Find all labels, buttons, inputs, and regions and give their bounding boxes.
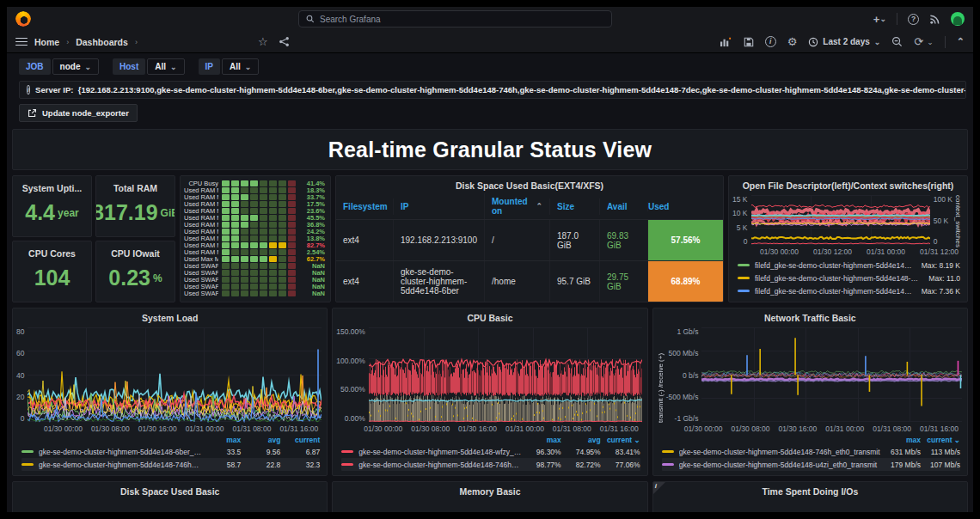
chart-zone: transmit (-) /receive (+)1 Gb/s500 Mb/s0… xyxy=(653,326,967,423)
table-header-ip[interactable]: IP xyxy=(393,198,484,215)
breadcrumb-dashboards[interactable]: Dashboards xyxy=(76,37,128,47)
panel-title[interactable]: Network Traffic Basic xyxy=(653,308,967,326)
stat-title[interactable]: Total RAM xyxy=(96,176,175,196)
legend-row[interactable]: gke-se-demo-cluster-highmem-5dd4e148-746… xyxy=(21,458,320,471)
legend-col-current[interactable]: current xyxy=(280,436,320,444)
table-header-size[interactable]: Size xyxy=(549,198,599,215)
legend-col-current[interactable]: current ⌄ xyxy=(921,436,960,444)
table-header-filesystem[interactable]: Filesystem xyxy=(336,198,393,215)
panel-info-corner[interactable]: i xyxy=(653,482,665,494)
search-input[interactable] xyxy=(320,15,604,24)
legend-row[interactable]: gke-se-demo-cluster-highmem-5dd4e148-u4z… xyxy=(662,458,960,471)
stat-value: 817.19GiB xyxy=(96,196,175,236)
share-icon[interactable] xyxy=(279,36,290,47)
gauge-cell xyxy=(279,242,286,248)
settings-gear-icon[interactable]: ⚙ xyxy=(787,36,798,47)
panel-info-icon[interactable]: i xyxy=(765,36,776,47)
refresh-interval-caret[interactable]: ⌄ xyxy=(927,38,934,46)
filter-value-dropdown[interactable]: All⌄ xyxy=(147,58,184,75)
legend-series-color xyxy=(738,264,750,266)
search-box[interactable] xyxy=(298,10,612,27)
panel-title[interactable]: Memory Basic xyxy=(333,482,646,499)
legend-row[interactable]: filefd_gke-se-demo-cluster-highmem-5dd4e… xyxy=(738,259,960,272)
save-icon[interactable] xyxy=(744,37,754,47)
chart-canvas-wrap[interactable] xyxy=(701,327,962,423)
chart-canvas-wrap[interactable] xyxy=(28,327,322,423)
gauge-cell xyxy=(241,256,248,262)
table-header-avail[interactable]: Avail xyxy=(599,198,647,215)
panel-title[interactable]: Time Spent Doing I/Os xyxy=(653,482,967,499)
gauge-cell xyxy=(231,242,239,248)
chart-canvas[interactable] xyxy=(369,327,642,423)
gauge-value: NaN xyxy=(299,290,325,297)
chart-canvas-wrap[interactable] xyxy=(369,327,642,423)
update-node-exporter-button[interactable]: Update node_exporter xyxy=(19,104,138,122)
panel-title[interactable]: Disk Space Used Basic xyxy=(13,482,327,499)
legend-col-max[interactable]: max xyxy=(881,436,921,444)
gauge-row: Used RAM Me...24.2% xyxy=(184,229,325,235)
legend-series-color xyxy=(341,463,353,466)
legend-row[interactable]: gke-se-demo-cluster-highmem-5dd4e148-746… xyxy=(662,445,960,458)
panel-title[interactable]: CPU Basic xyxy=(333,308,646,326)
panel-title[interactable]: Open File Descriptor(left)/Context switc… xyxy=(729,176,967,193)
legend-series-label: gke-se-demo-cluster-highmem-5dd4e148-746… xyxy=(679,448,881,456)
table-row[interactable]: ext4gke-se-demo-cluster-highmem-5dd4e148… xyxy=(336,260,723,302)
menu-toggle-icon[interactable] xyxy=(15,38,28,46)
legend-row[interactable]: gke-se-demo-cluster-highmem-5dd4e148-wfz… xyxy=(341,445,640,458)
legend-stat: 96.30% xyxy=(522,448,561,456)
grafana-logo[interactable] xyxy=(15,11,31,27)
collapse-toolbar-icon[interactable]: ⌃ xyxy=(957,37,965,46)
panel-title[interactable]: Disk Space Used Basic(EXT4/XFS) xyxy=(336,176,723,193)
legend-row[interactable]: gke-se-demo-cluster-highmem-5dd4e148-6be… xyxy=(21,445,320,458)
stat-title[interactable]: CPU Cores xyxy=(13,241,91,261)
legend-col-max[interactable]: max xyxy=(201,436,241,444)
disk-table: FilesystemIPMounted on ⌃SizeAvailUsedext… xyxy=(336,193,723,302)
gauge-cells xyxy=(222,229,296,235)
time-range-picker[interactable]: Last 2 days ⌄ xyxy=(808,37,880,47)
user-avatar[interactable] xyxy=(951,12,965,26)
filter-label[interactable]: JOB xyxy=(19,58,51,75)
panel-title[interactable]: System Load xyxy=(13,308,327,326)
refresh-icon[interactable]: ⟳ xyxy=(914,36,923,47)
gauge-cell xyxy=(250,290,258,296)
legend-col-avg[interactable]: avg xyxy=(241,436,280,444)
gauge-cell xyxy=(269,187,277,193)
update-button-label: Update node_exporter xyxy=(42,108,129,118)
gauge-cell xyxy=(269,235,277,241)
gauge-cell xyxy=(231,194,239,200)
favorite-star-icon[interactable]: ☆ xyxy=(258,36,268,47)
table-row[interactable]: ext4192.168.2.213:9100/187.0 GiB69.83 Gi… xyxy=(336,219,723,260)
breadcrumb-home[interactable]: Home xyxy=(34,37,59,47)
gauge-cell xyxy=(222,256,230,262)
y-tick: 0 b/s xyxy=(683,371,698,380)
filter-label[interactable]: Host xyxy=(113,58,145,75)
chart-canvas-wrap[interactable] xyxy=(751,195,930,246)
new-menu-button[interactable]: + ⌄ xyxy=(873,14,886,25)
gauge-cells xyxy=(222,249,296,255)
chart-canvas[interactable] xyxy=(701,327,962,423)
stat-title[interactable]: CPU IOwait xyxy=(96,241,175,261)
legend-row[interactable]: filefd_gke-se-demo-cluster-highmem-5dd4e… xyxy=(738,272,960,284)
legend-stat: 77.06% xyxy=(601,461,640,469)
gauge-cell xyxy=(269,242,277,248)
chart-zone: 150.00%100.00%50.00%0.00% xyxy=(333,326,646,423)
legend-row[interactable]: filefd_gke-se-demo-cluster-highmem-5dd4e… xyxy=(738,284,960,297)
legend-stat: 82.72% xyxy=(561,461,601,469)
chart-canvas[interactable] xyxy=(751,195,930,246)
filter-value-dropdown[interactable]: All⌄ xyxy=(222,58,259,75)
legend-col-max[interactable]: max xyxy=(522,436,561,444)
legend-col-current[interactable]: current ⌄ xyxy=(601,436,640,444)
legend-col-avg[interactable]: avg xyxy=(561,436,601,444)
add-panel-icon[interactable] xyxy=(720,36,732,47)
table-header-mounted-on[interactable]: Mounted on ⌃ xyxy=(484,193,549,219)
table-header-used[interactable]: Used xyxy=(647,202,723,211)
chart-canvas[interactable] xyxy=(28,327,322,423)
filter-value-dropdown[interactable]: node⌄ xyxy=(52,58,99,75)
legend-row[interactable]: gke-se-demo-cluster-highmem-5dd4e148-746… xyxy=(341,458,640,471)
filter-label[interactable]: IP xyxy=(199,58,220,75)
zoom-out-icon[interactable] xyxy=(891,36,903,47)
topnav-right: + ⌄ ? xyxy=(873,12,965,26)
news-icon[interactable] xyxy=(929,14,940,25)
help-icon[interactable]: ? xyxy=(908,14,919,25)
stat-title[interactable]: System Upti... xyxy=(13,176,91,196)
